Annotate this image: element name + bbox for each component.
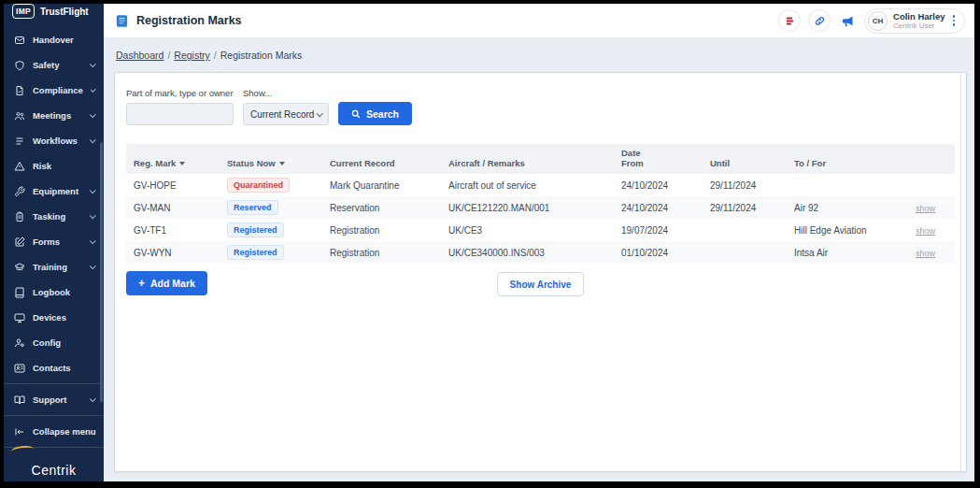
sidebar-item-risk[interactable]: Risk bbox=[4, 153, 104, 179]
cell-from: 19/07/2024 bbox=[614, 219, 703, 241]
cell-from: 24/10/2024 bbox=[614, 174, 703, 196]
header-reg-mark[interactable]: Reg. Mark bbox=[126, 144, 220, 174]
user-info: Colin Harley Centrik User bbox=[893, 11, 944, 31]
sidebar-item-tasking[interactable]: Tasking bbox=[4, 204, 104, 229]
link-button[interactable] bbox=[808, 9, 831, 32]
table-row[interactable]: GV-MAN Reserved Reservation UK/CE121220.… bbox=[126, 196, 955, 219]
card-scrollbar[interactable] bbox=[960, 73, 966, 471]
cell-to-for: Intsa Air bbox=[787, 241, 908, 264]
cell-until: 29/11/2024 bbox=[703, 174, 787, 196]
main-area: Registration Marks CH Colin Harley Centr… bbox=[104, 4, 974, 481]
sidebar-item-contacts[interactable]: Contacts bbox=[4, 355, 104, 380]
cell-reg-mark: GV-TF1 bbox=[126, 219, 220, 241]
queue-button[interactable] bbox=[778, 9, 801, 32]
sidebar: IMP TrustFlight Handover Safety Complian… bbox=[4, 4, 104, 481]
sidebar-item-config[interactable]: Config bbox=[4, 330, 104, 355]
sidebar-item-label: Workflows bbox=[33, 136, 78, 146]
cell-status: Registered bbox=[220, 219, 322, 241]
sidebar-item-handover[interactable]: Handover bbox=[4, 27, 104, 52]
sidebar-item-logbook[interactable]: Logbook bbox=[4, 280, 104, 305]
book-icon bbox=[13, 286, 25, 298]
cell-reg-mark: GV-HOPE bbox=[126, 174, 220, 196]
search-icon bbox=[351, 109, 361, 119]
keyword-input[interactable] bbox=[126, 103, 234, 125]
shield-icon bbox=[13, 59, 25, 71]
add-mark-button[interactable]: + Add Mark bbox=[126, 271, 207, 295]
meetings-icon bbox=[13, 109, 25, 122]
registration-marks-icon bbox=[115, 14, 129, 28]
cell-current-record: Mark Quarantine bbox=[322, 174, 441, 196]
cell-reg-mark: GV-MAN bbox=[126, 196, 220, 219]
table-row[interactable]: GV-WYN Registered Registration UK/CE3400… bbox=[126, 241, 955, 264]
search-button[interactable]: Search bbox=[338, 102, 412, 125]
cell-current-record: Registration bbox=[322, 219, 441, 241]
table-header-row: Reg. Mark Status Now Current Record Airc… bbox=[126, 144, 955, 174]
content-area: Dashboard/Registry/Registration Marks Pa… bbox=[104, 37, 974, 481]
header-show bbox=[908, 144, 955, 174]
cell-until bbox=[703, 219, 787, 241]
chevron-down-icon bbox=[90, 187, 96, 194]
chevron-down-icon bbox=[90, 111, 96, 118]
header-until: Until bbox=[703, 144, 787, 174]
sidebar-item-label: Logbook bbox=[33, 287, 70, 297]
cell-show: show bbox=[908, 241, 955, 264]
sidebar-divider bbox=[4, 383, 104, 384]
table-row[interactable]: GV-HOPE Quarantined Mark Quarantine Airc… bbox=[126, 174, 955, 196]
support-icon bbox=[13, 394, 25, 406]
chevron-down-icon bbox=[90, 61, 96, 67]
kebab-menu-icon[interactable] bbox=[951, 15, 958, 26]
show-link[interactable]: show bbox=[916, 249, 935, 258]
cell-status: Reserved bbox=[220, 196, 322, 219]
sidebar-item-support[interactable]: Support bbox=[4, 387, 104, 412]
chevron-down-icon bbox=[90, 237, 96, 244]
keyword-field-group: Part of mark, type or owner bbox=[126, 88, 234, 125]
sidebar-nav: Handover Safety Compliance Meetings Work… bbox=[4, 27, 104, 451]
show-select[interactable]: Current Record bbox=[243, 103, 329, 125]
sidebar-item-label: Risk bbox=[33, 161, 51, 171]
sidebar-item-label: Forms bbox=[33, 237, 60, 247]
sidebar-item-meetings[interactable]: Meetings bbox=[4, 103, 104, 128]
collapse-menu-button[interactable]: Collapse menu bbox=[4, 419, 104, 444]
collapse-menu-label: Collapse menu bbox=[33, 426, 96, 437]
cell-current-record: Reservation bbox=[322, 196, 441, 219]
devices-icon bbox=[13, 311, 25, 323]
user-menu[interactable]: CH Colin Harley Centrik User bbox=[864, 8, 965, 34]
cell-show: show bbox=[908, 219, 955, 241]
table-row[interactable]: GV-TF1 Registered Registration UK/CE3 19… bbox=[126, 219, 955, 241]
risk-icon bbox=[13, 160, 25, 172]
status-badge: Reserved bbox=[227, 200, 278, 215]
sidebar-item-training[interactable]: Training bbox=[4, 254, 104, 280]
sidebar-item-forms[interactable]: Forms bbox=[4, 229, 104, 254]
breadcrumb-dashboard[interactable]: Dashboard bbox=[116, 50, 163, 61]
imp-logo-icon: IMP bbox=[12, 4, 35, 19]
sidebar-item-workflows[interactable]: Workflows bbox=[4, 128, 104, 153]
sort-caret-icon bbox=[279, 162, 285, 165]
centrik-logo-text: Centrik bbox=[32, 463, 77, 478]
show-archive-button[interactable]: Show Archive bbox=[497, 272, 585, 296]
sidebar-item-equipment[interactable]: Equipment bbox=[4, 179, 104, 204]
collapse-arrow-icon bbox=[13, 425, 25, 438]
header-status-now[interactable]: Status Now bbox=[220, 144, 322, 174]
config-icon bbox=[13, 337, 25, 349]
sidebar-item-label: Contacts bbox=[33, 363, 71, 373]
sidebar-item-safety[interactable]: Safety bbox=[4, 52, 104, 78]
page-title-group: Registration Marks bbox=[115, 14, 242, 28]
cell-reg-mark: GV-WYN bbox=[126, 241, 220, 264]
breadcrumb-registry[interactable]: Registry bbox=[174, 50, 210, 61]
cell-status: Registered bbox=[220, 241, 322, 264]
red-queue-icon bbox=[784, 15, 796, 27]
sidebar-item-compliance[interactable]: Compliance bbox=[4, 78, 104, 103]
sidebar-item-label: Handover bbox=[33, 35, 74, 45]
brand-logo[interactable]: IMP TrustFlight bbox=[4, 4, 104, 19]
show-link[interactable]: show bbox=[916, 226, 935, 236]
show-link[interactable]: show bbox=[916, 204, 935, 213]
avatar: CH bbox=[868, 11, 888, 31]
announcements-button[interactable] bbox=[838, 11, 857, 30]
cell-from: 01/10/2024 bbox=[614, 241, 703, 264]
sidebar-scrollbar[interactable] bbox=[100, 142, 103, 402]
page-title: Registration Marks bbox=[136, 14, 242, 27]
sidebar-item-devices[interactable]: Devices bbox=[4, 305, 104, 330]
app-window: IMP TrustFlight Handover Safety Complian… bbox=[4, 4, 974, 481]
topbar-actions: CH Colin Harley Centrik User bbox=[778, 8, 965, 34]
wrench-icon bbox=[13, 185, 25, 197]
